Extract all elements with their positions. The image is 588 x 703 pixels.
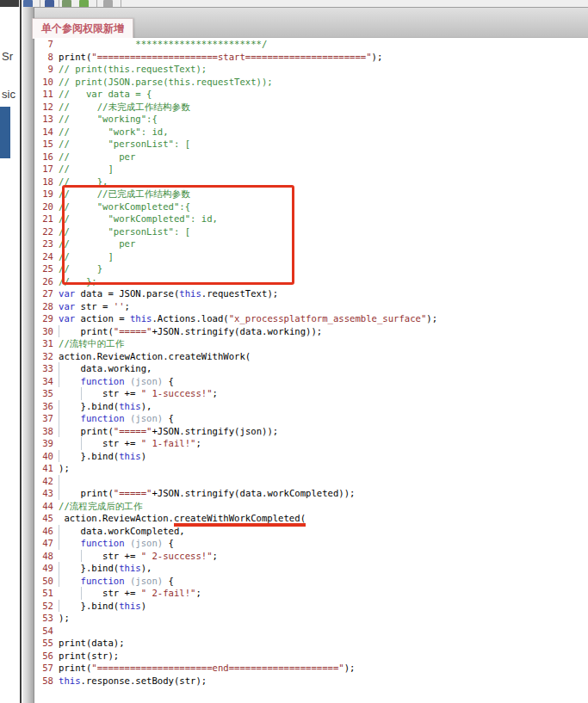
code-line[interactable]: 21// "workCompleted": id, — [34, 213, 588, 225]
code-line[interactable]: 27var data = JSON.parse(this.requestText… — [34, 287, 588, 300]
line-number: 27 — [34, 287, 53, 300]
code-line[interactable]: 14// "work": id, — [34, 126, 588, 139]
code-text: // print(JSON.parse(this.requestText)); — [53, 76, 273, 89]
code-line[interactable]: 26// }; — [34, 275, 588, 288]
code-line[interactable]: 45 action.ReviewAction.createWithWorkCom… — [34, 512, 588, 525]
line-number: 29 — [34, 312, 53, 325]
toolbar-separator — [96, 0, 97, 7]
code-line[interactable]: 48 str += " 2-success!"; — [34, 550, 588, 563]
code-line[interactable]: 9// print(this.requestText); — [34, 63, 588, 76]
code-line[interactable]: 33 data.working, — [34, 362, 588, 375]
code-line[interactable]: 39 str += " 1-fail!"; — [34, 437, 588, 450]
code-text: // per — [53, 151, 135, 163]
sidebar-item-label[interactable]: Sr — [2, 50, 13, 63]
code-text: }.bind(this), — [53, 400, 152, 413]
code-line[interactable]: 29var action = this.Actions.load("x_proc… — [34, 312, 588, 325]
code-line[interactable]: 24// ] — [34, 250, 588, 263]
code-line[interactable]: 19// //已完成工作结构参数 — [34, 188, 588, 200]
code-line[interactable]: 44//流程完成后的工作 — [34, 500, 588, 513]
code-text: str += " 2-success!"; — [53, 550, 218, 563]
code-text: //流程完成后的工作 — [53, 500, 143, 513]
line-number: 7 — [34, 38, 53, 51]
code-line[interactable]: 50 function (json) { — [34, 575, 588, 588]
code-editor[interactable]: 7 ***********************/8print("======… — [34, 38, 588, 703]
code-line[interactable]: 11// var data = { — [34, 88, 588, 101]
line-number: 41 — [34, 462, 53, 475]
line-number: 11 — [34, 88, 53, 101]
line-number: 28 — [34, 300, 53, 313]
code-line[interactable]: 41); — [34, 462, 588, 475]
code-line[interactable]: 12// //未完成工作结构参数 — [34, 101, 588, 114]
code-line[interactable]: 37 function (json) { — [34, 412, 588, 425]
line-number: 14 — [34, 126, 53, 139]
code-text: // ] — [53, 163, 114, 176]
code-line[interactable]: 23// per — [34, 237, 588, 250]
line-number: 20 — [34, 200, 53, 213]
code-line[interactable]: 57print("=====================end=======… — [34, 662, 588, 675]
code-text: // "working":{ — [53, 113, 158, 126]
run-icon[interactable] — [62, 0, 71, 7]
line-number: 52 — [34, 600, 53, 613]
code-line[interactable]: 7 ***********************/ — [34, 38, 588, 51]
sidebar-selected-item[interactable] — [0, 107, 10, 158]
stop-icon[interactable] — [103, 0, 113, 7]
code-text: // var data = { — [53, 88, 152, 101]
code-text: print(data); — [53, 637, 125, 650]
code-line[interactable]: 47 function (json) { — [34, 537, 588, 550]
new-script-icon[interactable] — [23, 0, 33, 7]
code-line[interactable]: 51 str += " 2-fail!"; — [34, 587, 588, 600]
code-line[interactable]: 52 }.bind(this) — [34, 600, 588, 613]
code-line[interactable]: 18// }, — [34, 176, 588, 188]
code-text: function (json) { — [53, 537, 174, 550]
line-number: 17 — [34, 163, 53, 176]
code-line[interactable]: 35 str += " 1-success!"; — [34, 387, 588, 400]
code-line[interactable]: 49 }.bind(this), — [34, 562, 588, 575]
code-line[interactable]: 38 print("====="+JSON.stringify(json)); — [34, 425, 588, 438]
code-text: this.response.setBody(str); — [53, 675, 207, 688]
code-line[interactable]: 53); — [34, 612, 588, 625]
code-line[interactable]: 31//流转中的工作 — [34, 337, 588, 350]
sidebar-item-label[interactable]: sic — [2, 88, 15, 101]
code-text: data.workCompleted, — [53, 525, 185, 538]
code-line[interactable]: 40 }.bind(this) — [34, 450, 588, 463]
code-line[interactable]: 17// ] — [34, 163, 588, 176]
code-line[interactable]: 56print(str); — [34, 650, 588, 663]
debug-icon[interactable] — [79, 0, 89, 7]
code-line[interactable]: 28var str = ''; — [34, 300, 588, 313]
code-line[interactable]: 10// print(JSON.parse(this.requestText))… — [34, 76, 588, 89]
code-text: // }; — [53, 275, 97, 288]
code-line[interactable]: 13// "working":{ — [34, 113, 588, 126]
code-line[interactable]: 16// per — [34, 151, 588, 163]
code-line[interactable]: 34 function (json) { — [34, 375, 588, 388]
code-line[interactable]: 58this.response.setBody(str); — [34, 675, 588, 688]
code-line[interactable]: 22// "personList": [ — [34, 225, 588, 238]
toolbar-separator — [59, 0, 59, 7]
save-icon[interactable] — [45, 0, 54, 7]
code-line[interactable]: 32action.ReviewAction.createWithWork( — [34, 350, 588, 363]
code-text: ); — [53, 462, 70, 475]
line-number: 32 — [34, 350, 53, 363]
code-line[interactable]: 42 — [34, 475, 588, 488]
vertical-splitter[interactable] — [22, 7, 34, 703]
code-text: function (json) { — [53, 375, 174, 388]
line-number: 31 — [34, 337, 53, 350]
code-text: // print(this.requestText); — [53, 63, 207, 76]
line-number: 49 — [34, 562, 53, 575]
code-line[interactable]: 30 print("====="+JSON.stringify(data.wor… — [34, 325, 588, 338]
code-text: ); — [53, 612, 70, 625]
code-text: // per — [53, 237, 135, 250]
tab-bar: 单个参阅权限新增 — [34, 7, 588, 38]
code-line[interactable]: 20// "workCompleted":{ — [34, 200, 588, 213]
tab-script[interactable]: 单个参阅权限新增 — [32, 18, 133, 39]
code-line[interactable]: 55print(data); — [34, 637, 588, 650]
code-line[interactable]: 43 print("====="+JSON.stringify(data.wor… — [34, 487, 588, 500]
code-line[interactable]: 54 — [34, 625, 588, 638]
line-number: 24 — [34, 250, 53, 263]
code-line[interactable]: 8print("======================start=====… — [34, 51, 588, 64]
code-line[interactable]: 25// } — [34, 262, 588, 275]
line-number: 30 — [34, 325, 53, 338]
code-line[interactable]: 46 data.workCompleted, — [34, 525, 588, 538]
code-line[interactable]: 36 }.bind(this), — [34, 400, 588, 413]
code-line[interactable]: 15// "personList": [ — [34, 138, 588, 151]
code-text: function (json) { — [53, 575, 174, 588]
